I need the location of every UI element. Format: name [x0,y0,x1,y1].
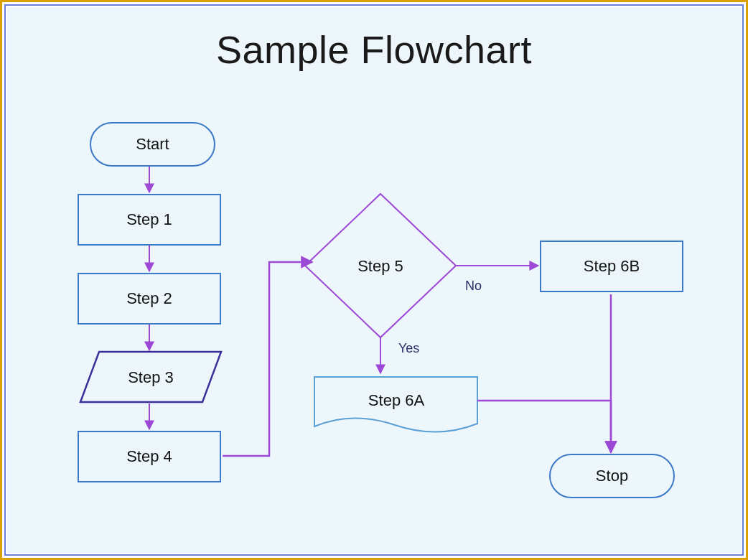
label-step1: Step 1 [126,210,172,229]
process-step1: Step 1 [78,194,221,246]
parallelogram-step3 [80,352,221,402]
diamond-step5 [305,194,456,337]
terminator-stop: Stop [549,454,675,498]
label-step3: Step 3 [128,368,174,386]
process-step2: Step 2 [78,273,221,325]
slide-canvas: Sample Flowchart Step 3 [7,7,741,553]
outer-frame: Sample Flowchart Step 3 [0,0,748,560]
label-step4: Step 4 [126,447,172,466]
label-stop: Stop [596,467,628,485]
label-step2: Step 2 [126,289,172,308]
process-step6b: Step 6B [540,241,683,292]
label-step6a: Step 6A [368,391,425,409]
document-step6a [314,377,477,432]
process-step4: Step 4 [78,431,221,482]
label-step5: Step 5 [357,257,403,275]
label-start: Start [136,135,169,154]
edge-label-yes: Yes [398,341,419,356]
terminator-start: Start [90,122,215,167]
edge-label-no: No [465,279,482,294]
inner-frame: Sample Flowchart Step 3 [4,4,744,556]
arrow-step4-step5 [223,262,312,456]
diagram-title: Sample Flowchart [7,27,741,72]
arrow-step6a-stop [477,401,611,452]
label-step6b: Step 6B [584,257,640,276]
